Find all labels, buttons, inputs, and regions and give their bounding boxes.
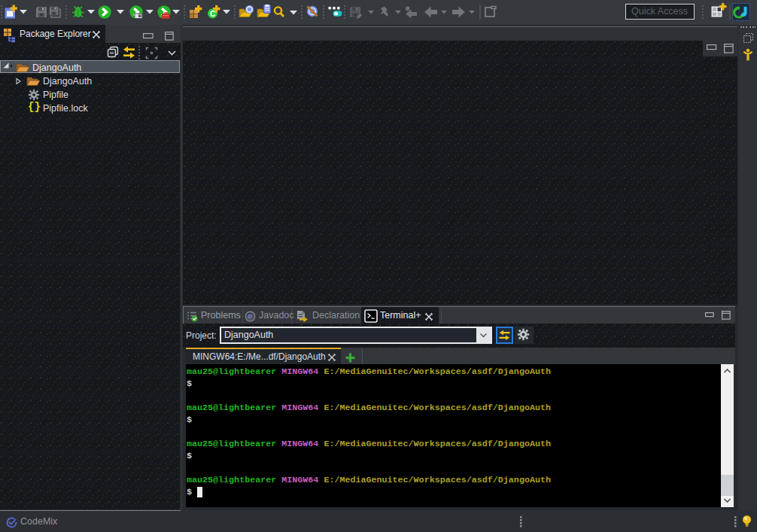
- svg-text:@: @: [247, 312, 254, 321]
- svg-text:C: C: [210, 10, 215, 18]
